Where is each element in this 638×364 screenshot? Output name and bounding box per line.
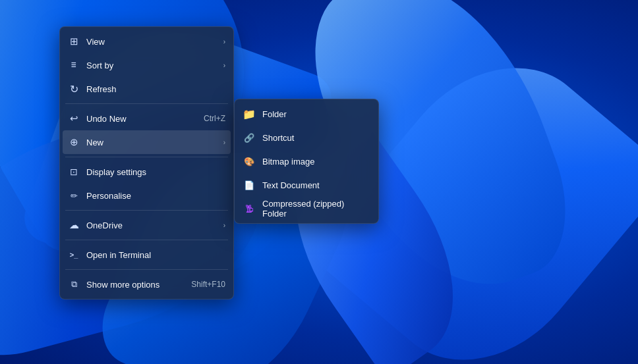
menu-item-display[interactable]: Display settings [60, 160, 233, 184]
submenu-item-folder[interactable]: Folder [235, 102, 378, 126]
divider-2 [65, 157, 228, 157]
menu-label-display: Display settings [86, 167, 225, 177]
menu-item-terminal[interactable]: Open in Terminal [60, 243, 233, 267]
view-icon [68, 36, 80, 47]
menu-item-undo-new[interactable]: Undo New Ctrl+Z [60, 107, 233, 130]
menu-label-personalise: Personalise [86, 191, 225, 201]
menu-item-view[interactable]: View › [60, 30, 233, 53]
bitmap-icon [243, 155, 256, 168]
folder-icon [243, 107, 256, 120]
chevron-icon: › [223, 62, 225, 69]
chevron-icon: › [223, 222, 225, 229]
onedrive-icon [68, 219, 80, 231]
textdoc-icon [243, 178, 256, 192]
undo-icon [68, 113, 80, 124]
divider-3 [65, 210, 228, 211]
menu-item-onedrive[interactable]: OneDrive › [60, 213, 233, 237]
menu-label-sort: Sort by [86, 61, 217, 70]
submenu-label-bitmap: Bitmap image [262, 157, 314, 167]
personalise-icon [68, 190, 80, 201]
submenu-label-folder: Folder [262, 109, 287, 119]
menu-item-sort-by[interactable]: Sort by › [60, 53, 233, 77]
menu-label-onedrive: OneDrive [86, 221, 217, 230]
submenu-label-zip: Compressed (zipped) Folder [262, 199, 370, 219]
chevron-icon: › [223, 38, 225, 45]
menu-item-refresh[interactable]: Refresh [60, 77, 233, 101]
sort-icon [68, 59, 80, 71]
menu-item-show-more[interactable]: Show more options Shift+F10 [60, 273, 233, 296]
submenu-item-zip[interactable]: Compressed (zipped) Folder [235, 197, 378, 221]
submenu-item-bitmap[interactable]: Bitmap image [235, 149, 378, 173]
menu-label-more: Show more options [86, 280, 185, 290]
menu-item-new[interactable]: New › [63, 130, 231, 154]
divider-4 [65, 240, 228, 240]
submenu-label-textdoc: Text Document [262, 180, 320, 190]
menu-label-refresh: Refresh [86, 84, 225, 94]
more-icon [68, 278, 80, 290]
terminal-icon [68, 249, 80, 261]
submenu-item-shortcut[interactable]: Shortcut [235, 126, 378, 149]
refresh-icon [68, 83, 80, 95]
shortcut-icon [243, 131, 256, 144]
new-submenu: Folder Shortcut Bitmap image Text Docume… [234, 99, 379, 224]
new-icon [68, 136, 80, 148]
menu-label-view: View [86, 37, 217, 47]
submenu-item-textdoc[interactable]: Text Document [235, 173, 378, 197]
divider-1 [65, 103, 228, 104]
submenu-label-shortcut: Shortcut [262, 133, 294, 143]
menu-item-personalise[interactable]: Personalise [60, 184, 233, 207]
display-icon [68, 166, 80, 178]
menu-label-terminal: Open in Terminal [86, 250, 225, 260]
zip-icon [243, 202, 256, 215]
context-menu: View › Sort by › Refresh Undo New Ctrl+Z… [59, 26, 234, 299]
menu-label-new: New [86, 138, 217, 147]
divider-5 [65, 269, 228, 270]
more-shortcut: Shift+F10 [191, 280, 225, 289]
undo-shortcut: Ctrl+Z [204, 114, 225, 123]
menu-label-undo: Undo New [86, 114, 197, 124]
chevron-icon: › [223, 139, 225, 146]
